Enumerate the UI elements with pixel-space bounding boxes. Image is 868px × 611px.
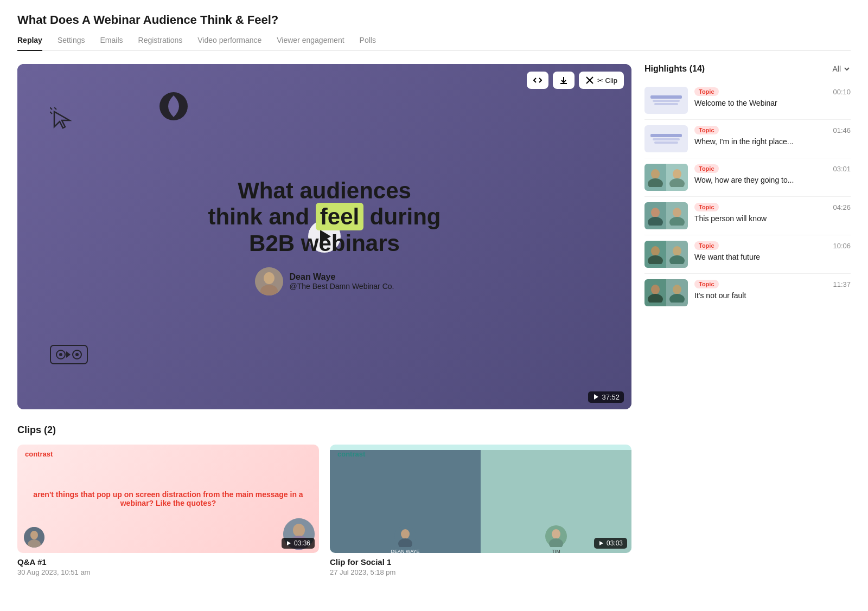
highlight-thumb-1 <box>644 87 688 114</box>
tab-registrations[interactable]: Registrations <box>138 36 183 51</box>
svg-point-42 <box>673 285 681 294</box>
svg-point-34 <box>673 208 681 217</box>
highlights-panel: Highlights (14) All <box>644 64 851 576</box>
svg-point-30 <box>673 169 681 179</box>
video-section: What audiences think and feel during B2B… <box>17 64 631 576</box>
svg-point-18 <box>293 524 305 537</box>
svg-point-22 <box>401 529 410 539</box>
highlight-text-6: It's not our fault <box>694 291 826 300</box>
highlight-item-3[interactable]: Topic Wow, how are they going to... 03:0… <box>644 158 851 197</box>
presenter-name: Dean Waye <box>290 272 394 282</box>
svg-point-5 <box>264 272 275 284</box>
clip-button[interactable]: ✂ Clip <box>579 72 624 89</box>
svg-point-29 <box>648 178 663 187</box>
tab-emails[interactable]: Emails <box>100 36 123 51</box>
badge-1: Topic <box>694 87 719 96</box>
clip-card-social[interactable]: contrast DEAN WAYE TIM <box>330 445 631 576</box>
cursor-decoration <box>50 107 76 135</box>
highlight-item-6[interactable]: Topic It's not our fault 11:37 <box>644 274 851 312</box>
svg-point-39 <box>669 255 685 264</box>
svg-point-35 <box>669 217 685 226</box>
clip-name-social: Clip for Social 1 <box>330 557 631 567</box>
cassette-decoration <box>50 345 88 366</box>
svg-point-36 <box>651 246 660 256</box>
svg-point-38 <box>673 246 681 256</box>
clip-qa-text: aren't things that pop up on screen dist… <box>28 490 308 507</box>
tab-polls[interactable]: Polls <box>360 36 376 51</box>
svg-marker-27 <box>599 541 603 545</box>
download-button[interactable] <box>553 72 575 89</box>
clip-duration-social: 03:03 <box>594 538 627 549</box>
highlight-time-4: 04:26 <box>833 202 851 211</box>
tab-replay[interactable]: Replay <box>17 36 42 51</box>
highlight-text-1: Welcome to the Webinar <box>694 98 826 108</box>
highlight-thumb-4 <box>644 202 688 229</box>
highlight-item-5[interactable]: Topic We want that future 10:06 <box>644 235 851 274</box>
tab-video-performance[interactable]: Video performance <box>197 36 261 51</box>
video-title: What audiences think and feel during B2B… <box>208 178 441 256</box>
svg-point-25 <box>552 529 560 539</box>
clip-name-qa: Q&A #1 <box>17 557 319 567</box>
highlight-thumb-5 <box>644 241 688 268</box>
badge-3: Topic <box>694 164 719 173</box>
clip-card-qa[interactable]: contrast aren't things that pop up on sc… <box>17 445 319 576</box>
clip-logo-red: contrast <box>25 450 53 458</box>
tab-viewer-engagement[interactable]: Viewer engagement <box>277 36 344 51</box>
highlight-time-6: 11:37 <box>833 279 851 288</box>
highlight-item-1[interactable]: Topic Welcome to the Webinar 00:10 <box>644 81 851 120</box>
clip-date-social: 27 Jul 2023, 5:18 pm <box>330 568 631 576</box>
svg-line-1 <box>54 107 56 110</box>
badge-6: Topic <box>694 280 719 288</box>
clips-grid: contrast aren't things that pop up on sc… <box>17 445 631 576</box>
svg-point-31 <box>669 178 685 187</box>
highlight-thumb-6 <box>644 279 688 306</box>
page-title: What Does A Webinar Audience Think & Fee… <box>17 13 851 27</box>
highlight-text-3: Wow, how are they going to... <box>694 175 826 185</box>
highlights-header: Highlights (14) All <box>644 64 851 74</box>
svg-point-15 <box>30 531 38 539</box>
highlight-time-2: 01:46 <box>833 125 851 134</box>
highlight-text-5: We want that future <box>694 252 826 262</box>
video-player[interactable]: What audiences think and feel during B2B… <box>17 64 631 409</box>
badge-5: Topic <box>694 241 719 250</box>
video-duration: 37:52 <box>588 391 624 403</box>
clips-section: Clips (2) contrast aren't things that po… <box>17 425 631 576</box>
circle-decoration <box>158 91 189 123</box>
clip-duration-qa: 03:36 <box>282 538 315 549</box>
svg-point-28 <box>651 169 660 179</box>
svg-point-37 <box>648 255 663 264</box>
nav-tabs: Replay Settings Emails Registrations Vid… <box>17 36 851 51</box>
svg-marker-13 <box>594 394 598 400</box>
highlight-item-2[interactable]: Topic Whew, I'm in the right place... 01… <box>644 120 851 158</box>
svg-marker-12 <box>66 351 71 358</box>
highlight-text-2: Whew, I'm in the right place... <box>694 137 826 146</box>
clip-date-qa: 30 Aug 2023, 10:51 am <box>17 568 319 576</box>
highlight-time-1: 00:10 <box>833 87 851 96</box>
svg-point-11 <box>75 353 79 356</box>
filter-dropdown[interactable]: All <box>832 65 851 73</box>
embed-button[interactable] <box>527 72 548 89</box>
tab-settings[interactable]: Settings <box>58 36 85 51</box>
highlight-time-3: 03:01 <box>833 164 851 173</box>
clip-thumbnail-qa: contrast aren't things that pop up on sc… <box>17 445 319 553</box>
highlight-thumb-2 <box>644 125 688 152</box>
svg-line-2 <box>50 107 52 110</box>
clip-thumbnail-social: contrast DEAN WAYE TIM <box>330 445 631 553</box>
svg-marker-20 <box>287 541 291 545</box>
svg-line-0 <box>50 112 52 114</box>
svg-point-41 <box>648 294 663 303</box>
video-toolbar: ✂ Clip <box>527 72 624 89</box>
highlight-text-4: This person will know <box>694 214 826 223</box>
clips-title: Clips (2) <box>17 425 631 436</box>
svg-point-43 <box>669 294 685 303</box>
svg-point-40 <box>651 285 660 294</box>
highlight-item-4[interactable]: Topic This person will know 04:26 <box>644 197 851 235</box>
presenter-info: Dean Waye @The Best Damn Webinar Co. <box>255 267 394 295</box>
svg-point-33 <box>648 217 663 226</box>
svg-point-10 <box>59 353 62 356</box>
highlight-time-5: 10:06 <box>833 241 851 250</box>
presenter-org: @The Best Damn Webinar Co. <box>290 282 394 291</box>
presenter-avatar <box>255 267 283 295</box>
highlight-thumb-3 <box>644 164 688 191</box>
social-face-1: DEAN WAYE <box>330 450 481 553</box>
